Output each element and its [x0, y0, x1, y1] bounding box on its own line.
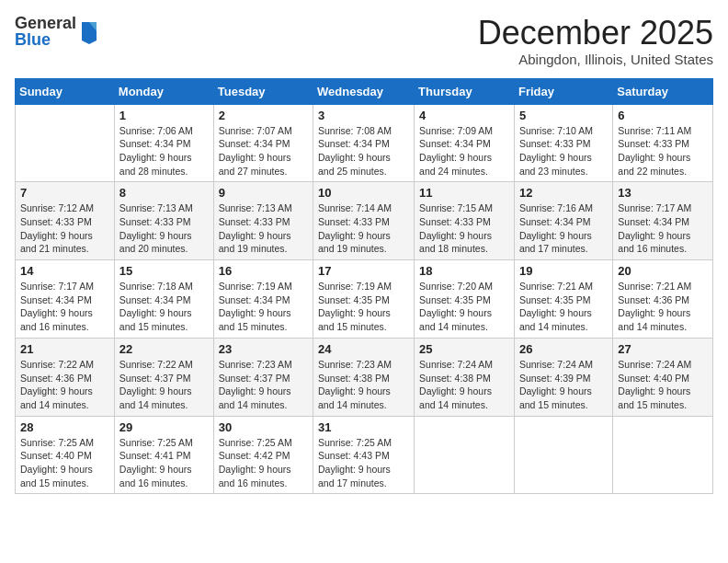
calendar-cell	[514, 416, 612, 494]
title-section: December 2025 Abingdon, Illinois, United…	[478, 15, 713, 67]
calendar-cell: 12Sunrise: 7:16 AMSunset: 4:34 PMDayligh…	[514, 182, 612, 260]
day-number: 27	[618, 342, 708, 356]
day-info: Sunrise: 7:21 AMSunset: 4:35 PMDaylight:…	[519, 280, 608, 334]
calendar-cell: 7Sunrise: 7:12 AMSunset: 4:33 PMDaylight…	[16, 182, 115, 260]
calendar-cell: 8Sunrise: 7:13 AMSunset: 4:33 PMDaylight…	[114, 182, 213, 260]
day-info: Sunrise: 7:17 AMSunset: 4:34 PMDaylight:…	[618, 201, 708, 256]
calendar-cell: 9Sunrise: 7:13 AMSunset: 4:33 PMDaylight…	[213, 182, 313, 260]
day-header-saturday: Saturday	[613, 78, 713, 104]
calendar-week-row: 28Sunrise: 7:25 AMSunset: 4:40 PMDayligh…	[16, 416, 713, 494]
day-info: Sunrise: 7:23 AMSunset: 4:38 PMDaylight:…	[318, 358, 409, 412]
day-number: 29	[119, 420, 209, 434]
day-info: Sunrise: 7:19 AMSunset: 4:35 PMDaylight:…	[318, 280, 409, 334]
day-number: 8	[119, 186, 209, 200]
calendar-week-row: 14Sunrise: 7:17 AMSunset: 4:34 PMDayligh…	[16, 260, 713, 339]
day-header-thursday: Thursday	[415, 78, 515, 104]
calendar-cell: 2Sunrise: 7:07 AMSunset: 4:34 PMDaylight…	[213, 104, 313, 182]
day-number: 7	[20, 186, 109, 200]
day-number: 21	[20, 342, 109, 356]
day-number: 10	[318, 186, 409, 200]
day-number: 9	[219, 186, 308, 200]
calendar-cell: 29Sunrise: 7:25 AMSunset: 4:41 PMDayligh…	[114, 416, 213, 494]
calendar-cell	[415, 416, 515, 494]
day-info: Sunrise: 7:16 AMSunset: 4:34 PMDaylight:…	[519, 201, 608, 256]
day-number: 3	[318, 109, 409, 122]
calendar-cell: 20Sunrise: 7:21 AMSunset: 4:36 PMDayligh…	[613, 260, 713, 339]
calendar-cell: 16Sunrise: 7:19 AMSunset: 4:34 PMDayligh…	[213, 260, 313, 339]
day-number: 4	[419, 109, 509, 122]
calendar-cell: 10Sunrise: 7:14 AMSunset: 4:33 PMDayligh…	[313, 182, 415, 260]
day-info: Sunrise: 7:10 AMSunset: 4:33 PMDaylight:…	[519, 124, 608, 178]
day-number: 18	[419, 264, 509, 278]
day-info: Sunrise: 7:23 AMSunset: 4:37 PMDaylight:…	[219, 358, 308, 412]
month-title: December 2025	[478, 15, 713, 52]
day-info: Sunrise: 7:25 AMSunset: 4:43 PMDaylight:…	[318, 436, 409, 490]
day-number: 24	[318, 342, 409, 356]
day-info: Sunrise: 7:19 AMSunset: 4:34 PMDaylight:…	[219, 280, 308, 334]
day-info: Sunrise: 7:25 AMSunset: 4:40 PMDaylight:…	[20, 436, 109, 490]
calendar-cell: 28Sunrise: 7:25 AMSunset: 4:40 PMDayligh…	[16, 416, 115, 494]
calendar-cell	[16, 104, 115, 182]
calendar-cell: 21Sunrise: 7:22 AMSunset: 4:36 PMDayligh…	[16, 338, 115, 416]
day-info: Sunrise: 7:11 AMSunset: 4:33 PMDaylight:…	[618, 124, 708, 178]
calendar-cell: 22Sunrise: 7:22 AMSunset: 4:37 PMDayligh…	[114, 338, 213, 416]
day-number: 30	[219, 420, 308, 434]
calendar-cell: 13Sunrise: 7:17 AMSunset: 4:34 PMDayligh…	[613, 182, 713, 260]
day-number: 28	[20, 420, 109, 434]
day-info: Sunrise: 7:09 AMSunset: 4:34 PMDaylight:…	[419, 124, 509, 178]
day-header-tuesday: Tuesday	[213, 78, 313, 104]
day-number: 17	[318, 264, 409, 278]
day-number: 12	[519, 186, 608, 200]
day-number: 23	[219, 342, 308, 356]
location: Abingdon, Illinois, United States	[478, 52, 713, 67]
calendar-cell: 14Sunrise: 7:17 AMSunset: 4:34 PMDayligh…	[16, 260, 115, 339]
day-header-wednesday: Wednesday	[313, 78, 415, 104]
day-number: 26	[519, 342, 608, 356]
calendar-week-row: 21Sunrise: 7:22 AMSunset: 4:36 PMDayligh…	[16, 338, 713, 416]
day-number: 19	[519, 264, 608, 278]
calendar-week-row: 1Sunrise: 7:06 AMSunset: 4:34 PMDaylight…	[16, 104, 713, 182]
day-number: 25	[419, 342, 509, 356]
calendar-cell: 4Sunrise: 7:09 AMSunset: 4:34 PMDaylight…	[415, 104, 515, 182]
day-info: Sunrise: 7:15 AMSunset: 4:33 PMDaylight:…	[419, 201, 509, 256]
day-info: Sunrise: 7:17 AMSunset: 4:34 PMDaylight:…	[20, 280, 109, 334]
logo-icon	[78, 18, 100, 44]
day-number: 20	[618, 264, 708, 278]
calendar-header-row: SundayMondayTuesdayWednesdayThursdayFrid…	[16, 78, 713, 104]
day-info: Sunrise: 7:07 AMSunset: 4:34 PMDaylight:…	[219, 124, 308, 178]
logo-text: General Blue	[15, 15, 76, 48]
day-info: Sunrise: 7:25 AMSunset: 4:41 PMDaylight:…	[119, 436, 209, 490]
day-number: 22	[119, 342, 209, 356]
day-info: Sunrise: 7:06 AMSunset: 4:34 PMDaylight:…	[119, 124, 209, 178]
calendar-cell: 15Sunrise: 7:18 AMSunset: 4:34 PMDayligh…	[114, 260, 213, 339]
calendar-week-row: 7Sunrise: 7:12 AMSunset: 4:33 PMDaylight…	[16, 182, 713, 260]
day-number: 2	[219, 109, 308, 122]
day-info: Sunrise: 7:13 AMSunset: 4:33 PMDaylight:…	[219, 201, 308, 256]
page-header: General Blue December 2025 Abingdon, Ill…	[15, 15, 713, 67]
calendar-cell: 6Sunrise: 7:11 AMSunset: 4:33 PMDaylight…	[613, 104, 713, 182]
day-info: Sunrise: 7:13 AMSunset: 4:33 PMDaylight:…	[119, 201, 209, 256]
day-number: 6	[618, 109, 708, 122]
day-number: 14	[20, 264, 109, 278]
logo: General Blue	[15, 15, 100, 48]
day-info: Sunrise: 7:12 AMSunset: 4:33 PMDaylight:…	[20, 201, 109, 256]
day-info: Sunrise: 7:21 AMSunset: 4:36 PMDaylight:…	[618, 280, 708, 334]
calendar-cell: 27Sunrise: 7:24 AMSunset: 4:40 PMDayligh…	[613, 338, 713, 416]
calendar-cell: 23Sunrise: 7:23 AMSunset: 4:37 PMDayligh…	[213, 338, 313, 416]
calendar-cell: 5Sunrise: 7:10 AMSunset: 4:33 PMDaylight…	[514, 104, 612, 182]
day-header-sunday: Sunday	[16, 78, 115, 104]
day-header-monday: Monday	[114, 78, 213, 104]
calendar-cell: 17Sunrise: 7:19 AMSunset: 4:35 PMDayligh…	[313, 260, 415, 339]
day-info: Sunrise: 7:22 AMSunset: 4:36 PMDaylight:…	[20, 358, 109, 412]
day-info: Sunrise: 7:08 AMSunset: 4:34 PMDaylight:…	[318, 124, 409, 178]
calendar-cell: 1Sunrise: 7:06 AMSunset: 4:34 PMDaylight…	[114, 104, 213, 182]
day-info: Sunrise: 7:14 AMSunset: 4:33 PMDaylight:…	[318, 201, 409, 256]
calendar-cell: 11Sunrise: 7:15 AMSunset: 4:33 PMDayligh…	[415, 182, 515, 260]
calendar-cell: 25Sunrise: 7:24 AMSunset: 4:38 PMDayligh…	[415, 338, 515, 416]
day-number: 11	[419, 186, 509, 200]
day-number: 1	[119, 109, 209, 122]
day-number: 5	[519, 109, 608, 122]
calendar: SundayMondayTuesdayWednesdayThursdayFrid…	[15, 78, 713, 495]
logo-blue: Blue	[15, 31, 76, 48]
calendar-cell	[613, 416, 713, 494]
